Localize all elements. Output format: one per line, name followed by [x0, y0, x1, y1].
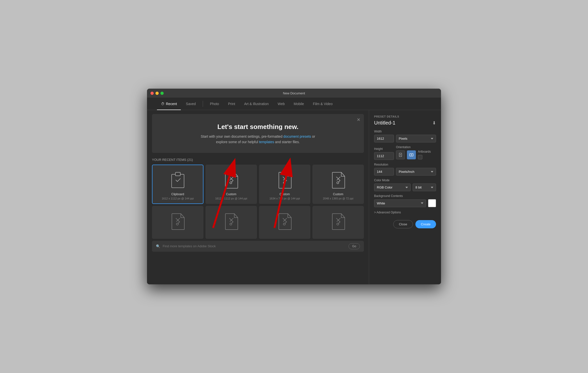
svg-line-21 [232, 222, 233, 223]
item-card-clipboard[interactable]: Clipboard 1612 x 1112 px @ 144 ppi [152, 165, 203, 204]
resolution-label: Resolution [374, 163, 436, 166]
titlebar: New Document [147, 89, 441, 98]
doc-icon-4 [169, 211, 187, 231]
svg-point-34 [411, 154, 412, 155]
resolution-row: Pixels/Inch Pixels/Centimeter [374, 168, 436, 176]
svg-line-15 [176, 218, 179, 222]
tab-art-illustration[interactable]: Art & Illustration [240, 98, 273, 110]
svg-point-32 [400, 154, 401, 155]
item-card-custom2[interactable]: Custom 1634 x 762 px @ 144 ppi [259, 165, 310, 204]
height-input[interactable] [374, 152, 394, 160]
artboards-checkbox[interactable] [418, 155, 422, 159]
orientation-portrait-button[interactable] [396, 150, 405, 159]
banner-close-button[interactable]: ✕ [357, 117, 360, 123]
bg-contents-select[interactable]: White Black Background Color Transparent… [374, 199, 426, 207]
height-label: Height [374, 147, 394, 151]
section-header: YOUR RECENT ITEMS (21) [152, 158, 364, 162]
templates-link[interactable]: templates [259, 140, 274, 144]
svg-line-14 [176, 218, 180, 222]
tab-mobile[interactable]: Mobile [290, 98, 308, 110]
item-info-2: 1634 x 762 px @ 144 ppi [269, 197, 300, 200]
item-card-custom3[interactable]: Custom 2048 x 1365 px @ 72 ppi [312, 165, 364, 204]
tab-photo[interactable]: Photo [206, 98, 223, 110]
svg-point-12 [337, 182, 339, 184]
item-card-4[interactable] [152, 206, 203, 239]
orientation-landscape-button[interactable] [407, 150, 416, 159]
minimize-dot[interactable] [155, 92, 159, 95]
item-card-custom1[interactable]: Custom 1612 x 1112 px @ 144 ppi [205, 165, 257, 204]
svg-line-18 [230, 218, 233, 222]
tab-print[interactable]: Print [224, 98, 239, 110]
height-orientation-row: Height Orientation [374, 142, 436, 160]
save-preset-icon[interactable]: ⬇ [432, 120, 436, 126]
advanced-options[interactable]: > Advanced Options [374, 211, 436, 214]
artboards-label: Artboards [418, 150, 431, 153]
create-button[interactable]: Create [415, 220, 436, 228]
main-content: ✕ Let's start something new. Start with … [147, 110, 441, 284]
item-name-3: Custom [333, 192, 343, 196]
doc-icon-2 [276, 170, 294, 190]
color-mode-select[interactable]: RGB Color CMYK Color Grayscale Bitmap La… [374, 184, 411, 191]
orientation-group: Orientation [396, 142, 416, 159]
search-icon: 🔍 [156, 244, 160, 248]
search-input[interactable] [163, 244, 346, 248]
item-info-3: 2048 x 1365 px @ 72 ppi [323, 197, 353, 200]
svg-line-19 [229, 218, 233, 222]
svg-rect-1 [175, 172, 180, 176]
resolution-input[interactable] [374, 168, 394, 176]
svg-line-22 [283, 218, 287, 222]
items-grid: Clipboard 1612 x 1112 px @ 144 ppi [152, 165, 364, 239]
svg-line-10 [337, 177, 340, 180]
width-input[interactable] [374, 135, 394, 142]
tab-web[interactable]: Web [274, 98, 289, 110]
tab-recent[interactable]: ⏱ Recent [157, 98, 181, 110]
svg-line-7 [283, 177, 286, 180]
svg-point-4 [230, 182, 232, 184]
color-depth-select[interactable]: 8 bit 16 bit 32 bit [413, 184, 436, 191]
svg-line-27 [336, 218, 340, 222]
item-name-1: Custom [226, 192, 236, 196]
document-presets-link[interactable]: document presets [283, 134, 311, 138]
svg-line-26 [337, 218, 340, 222]
bg-color-swatch[interactable] [428, 199, 436, 207]
item-card-6[interactable] [259, 206, 310, 239]
orientation-label: Orientation [396, 145, 416, 149]
svg-line-11 [336, 177, 340, 180]
item-card-5[interactable] [205, 206, 257, 239]
clock-icon: ⏱ [161, 102, 164, 106]
banner-title: Let's start something new. [162, 123, 354, 131]
svg-point-16 [176, 223, 178, 225]
welcome-banner: ✕ Let's start something new. Start with … [152, 114, 364, 153]
svg-line-23 [283, 218, 286, 222]
window-title: New Document [283, 91, 305, 95]
left-panel: ✕ Let's start something new. Start with … [147, 110, 369, 284]
svg-point-28 [337, 223, 339, 225]
tab-saved[interactable]: Saved [182, 98, 200, 110]
doc-icon-1 [223, 170, 240, 190]
left-panel-wrapper: ✕ Let's start something new. Start with … [147, 110, 369, 284]
artboards-group: Artboards [418, 147, 431, 159]
svg-line-9 [285, 180, 287, 182]
width-unit-select[interactable]: Pixels Inches Centimeters Millimeters Po… [396, 135, 436, 142]
window-controls [150, 92, 164, 95]
tab-film-video[interactable]: Film & Video [309, 98, 337, 110]
svg-line-13 [339, 180, 340, 182]
svg-line-3 [229, 177, 233, 180]
svg-point-24 [283, 223, 285, 225]
maximize-dot[interactable] [160, 92, 164, 95]
preset-details-label: PRESET DETAILS [374, 115, 436, 118]
nav-tabs: ⏱ Recent Saved Photo Print Art & Illustr… [147, 98, 441, 110]
width-row: Pixels Inches Centimeters Millimeters Po… [374, 135, 436, 142]
close-dot[interactable] [150, 92, 154, 95]
item-name-2: Custom [280, 192, 290, 196]
clipboard-icon [169, 170, 187, 190]
bg-contents-label: Background Contents [374, 194, 436, 198]
doc-icon-6 [276, 211, 294, 231]
preset-title: Untitled-1 [374, 120, 395, 126]
resolution-unit-select[interactable]: Pixels/Inch Pixels/Centimeter [396, 168, 436, 176]
close-button[interactable]: Close [393, 220, 413, 228]
item-card-7[interactable] [312, 206, 364, 239]
main-window: New Document ⏱ Recent Saved Photo Print … [147, 89, 441, 284]
bottom-actions: Close Create [374, 220, 436, 228]
search-go-button[interactable]: Go [348, 243, 360, 249]
